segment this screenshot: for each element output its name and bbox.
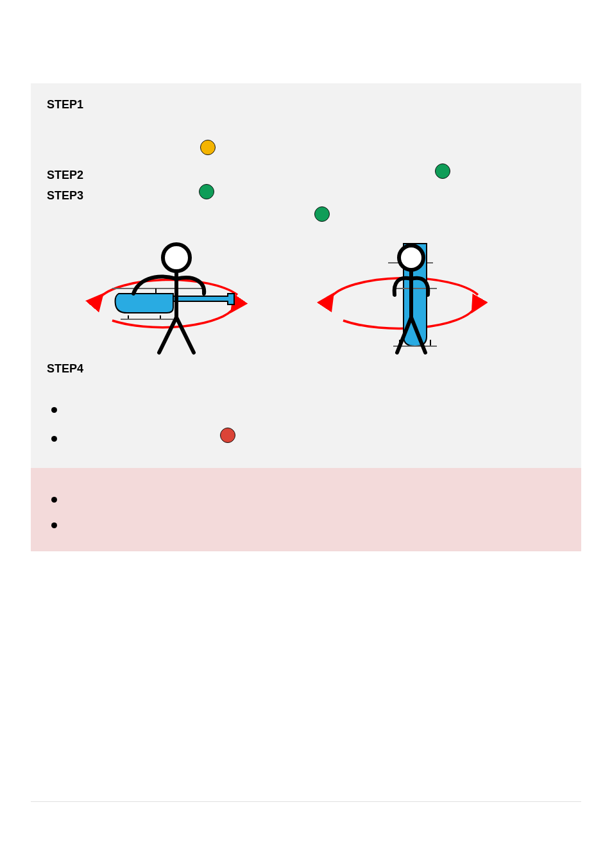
svg-line-7 <box>159 317 176 353</box>
bullet-icon <box>51 497 57 503</box>
figure-rotate-front-icon <box>318 244 497 365</box>
panel-note <box>31 468 581 551</box>
page: STEP1 STEP2 STEP3 STEP4 <box>0 0 612 868</box>
label-step1: STEP1 <box>47 98 83 112</box>
status-dot-green-icon <box>199 184 214 199</box>
svg-point-15 <box>399 246 423 270</box>
svg-line-8 <box>176 317 194 353</box>
bullet-icon <box>51 522 57 528</box>
label-step2: STEP2 <box>47 169 83 182</box>
status-dot-yellow-icon <box>200 140 216 155</box>
figure-rotate-side-icon <box>77 244 257 365</box>
status-dot-red-icon <box>220 428 235 443</box>
bullet-icon <box>51 436 57 442</box>
bullet-icon <box>51 407 57 413</box>
status-dot-green-icon <box>314 206 330 222</box>
label-step3: STEP3 <box>47 189 83 203</box>
svg-point-5 <box>163 244 190 271</box>
footer-rule <box>31 801 581 802</box>
status-dot-green-icon <box>435 163 450 179</box>
